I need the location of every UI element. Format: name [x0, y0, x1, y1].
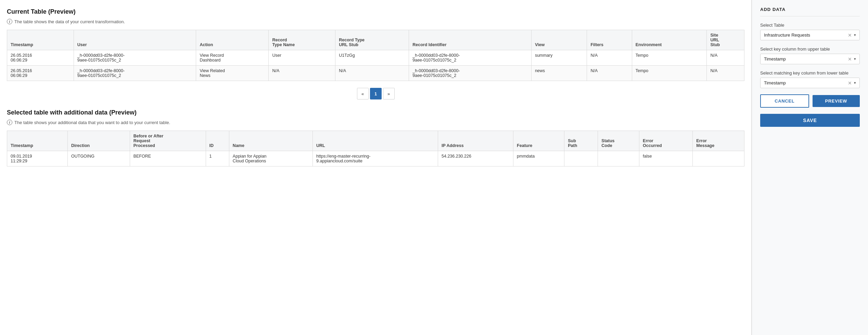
cell-view: summary: [531, 50, 587, 66]
cell-add-timestamp: 09.01.201911:29:29: [7, 151, 68, 166]
pagination-page-1[interactable]: 1: [370, 88, 382, 99]
cell-rtn: N/A: [269, 66, 335, 81]
cell-ri: _h-0000dd03-d2fe-8000-9aee-01075c01075c_…: [409, 66, 532, 81]
current-table-title: Current Table (Preview): [7, 8, 744, 15]
cell-action: View RecordDashboard: [196, 50, 269, 66]
cell-action: View RelatedNews: [196, 66, 269, 81]
preview-button[interactable]: PREVIEW: [813, 95, 860, 107]
table-row: 09.01.201911:29:29 OUTGOING BEFORE 1 App…: [7, 151, 744, 166]
upper-key-column-label: Select key column from upper table: [760, 46, 860, 52]
upper-key-dropdown-arrow-icon[interactable]: ▾: [854, 57, 856, 61]
select-table-value: Infrastructure Requests: [764, 32, 848, 38]
upper-key-column-dropdown[interactable]: Timestamp ✕ ▾: [760, 54, 860, 64]
cell-sus: N/A: [707, 50, 744, 66]
col-view: View: [531, 30, 587, 50]
lower-key-column-group: Select matching key column from lower ta…: [760, 70, 860, 88]
lower-key-dropdown-arrow-icon[interactable]: ▾: [854, 81, 856, 85]
lower-key-column-dropdown[interactable]: Timestamp ✕ ▾: [760, 78, 860, 88]
cell-error-occurred: false: [639, 151, 693, 166]
cell-filters: N/A: [587, 66, 632, 81]
additional-table-info: i The table shows your additional data t…: [7, 120, 744, 125]
col-add-timestamp: Timestamp: [7, 131, 68, 151]
select-table-clear-icon[interactable]: ✕: [848, 33, 852, 38]
cell-env: Tempo: [632, 66, 707, 81]
cell-feature: pmmdata: [513, 151, 564, 166]
cell-ip: 54.236.230.226: [438, 151, 513, 166]
current-table-header-row: Timestamp User Action RecordType Name Re…: [7, 30, 744, 50]
cell-error-message: [693, 151, 744, 166]
select-table-dropdown[interactable]: Infrastructure Requests ✕ ▾: [760, 30, 860, 40]
cancel-preview-row: CANCEL PREVIEW: [760, 94, 860, 108]
upper-key-column-value: Timestamp: [764, 56, 848, 62]
lower-key-column-value: Timestamp: [764, 80, 848, 85]
cell-status-code: [598, 151, 639, 166]
cell-timestamp: 26.05.201606:06:29: [7, 50, 74, 66]
cancel-button[interactable]: CANCEL: [760, 94, 809, 108]
table-row: 26.05.201606:06:29 _h-0000dd03-d2fe-8000…: [7, 50, 744, 66]
col-timestamp: Timestamp: [7, 30, 74, 50]
cell-name: Appian for AppianCloud Operations: [229, 151, 312, 166]
upper-key-clear-icon[interactable]: ✕: [848, 57, 852, 62]
col-error-occurred: ErrorOccurred: [639, 131, 693, 151]
info-icon-2: i: [7, 120, 12, 125]
additional-table-section: Selected table with additional data (Pre…: [7, 109, 744, 166]
select-table-controls: ✕ ▾: [848, 33, 856, 38]
upper-key-controls: ✕ ▾: [848, 57, 856, 62]
select-table-group: Select Table Infrastructure Requests ✕ ▾: [760, 23, 860, 40]
cell-rtus: U1TzGg: [335, 50, 409, 66]
cell-rtn: User: [269, 50, 335, 66]
lower-key-controls: ✕ ▾: [848, 81, 856, 85]
lower-key-column-label: Select matching key column from lower ta…: [760, 70, 860, 76]
lower-key-clear-icon[interactable]: ✕: [848, 81, 852, 85]
cell-ri: _h-0000dd03-d2fe-8000-9aee-01075c01075c_…: [409, 50, 532, 66]
col-user: User: [74, 30, 196, 50]
col-sub-path: SubPath: [564, 131, 598, 151]
additional-table: Timestamp Direction Before or AfterReque…: [7, 131, 744, 166]
col-record-identifier: Record Identifier: [409, 30, 532, 50]
table-row: 26.05.201606:06:29 _h-0000dd03-d2fe-8000…: [7, 66, 744, 81]
additional-table-header-row: Timestamp Direction Before or AfterReque…: [7, 131, 744, 151]
additional-table-info-text: The table shows your additional data tha…: [14, 120, 170, 125]
select-table-label: Select Table: [760, 23, 860, 28]
select-table-dropdown-arrow-icon[interactable]: ▾: [854, 33, 856, 37]
additional-table-title: Selected table with additional data (Pre…: [7, 109, 744, 116]
col-action: Action: [196, 30, 269, 50]
right-panel: ADD DATA Select Table Infrastructure Req…: [752, 0, 868, 335]
cell-id: 1: [206, 151, 229, 166]
col-before-after: Before or AfterRequestProcessed: [130, 131, 206, 151]
save-button[interactable]: SAVE: [760, 114, 860, 127]
current-table: Timestamp User Action RecordType Name Re…: [7, 30, 744, 81]
cell-direction: OUTGOING: [68, 151, 130, 166]
col-url: URL: [313, 131, 438, 151]
info-icon-1: i: [7, 19, 12, 24]
right-panel-title: ADD DATA: [760, 7, 860, 16]
current-table-section: Current Table (Preview) i The table show…: [7, 8, 744, 99]
col-ip-address: IP Address: [438, 131, 513, 151]
cell-view: news: [531, 66, 587, 81]
pagination-prev[interactable]: «: [357, 88, 369, 99]
col-feature: Feature: [513, 131, 564, 151]
cell-sus: N/A: [707, 66, 744, 81]
col-status-code: StatusCode: [598, 131, 639, 151]
left-panel: Current Table (Preview) i The table show…: [0, 0, 752, 335]
col-filters: Filters: [587, 30, 632, 50]
upper-key-column-group: Select key column from upper table Times…: [760, 46, 860, 64]
col-record-type-url: Record TypeURL Stub: [335, 30, 409, 50]
col-direction: Direction: [68, 131, 130, 151]
cell-url: https://eng-master-recurring-9.appianclo…: [313, 151, 438, 166]
pagination: « 1 »: [7, 88, 744, 99]
cell-user: _h-0000dd03-d2fe-8000-9aee-01075c01075c_…: [74, 50, 196, 66]
cell-before-after: BEFORE: [130, 151, 206, 166]
col-record-type-name: RecordType Name: [269, 30, 335, 50]
current-table-info-text: The table shows the data of your current…: [14, 19, 125, 24]
cell-filters: N/A: [587, 50, 632, 66]
pagination-next[interactable]: »: [383, 88, 395, 99]
col-name: Name: [229, 131, 312, 151]
current-table-info: i The table shows the data of your curre…: [7, 19, 744, 24]
col-site-url-stub: SiteURLStub: [707, 30, 744, 50]
cell-sub-path: [564, 151, 598, 166]
col-environment: Environment: [632, 30, 707, 50]
col-id: ID: [206, 131, 229, 151]
cell-rtus: N/A: [335, 66, 409, 81]
cell-env: Tempo: [632, 50, 707, 66]
